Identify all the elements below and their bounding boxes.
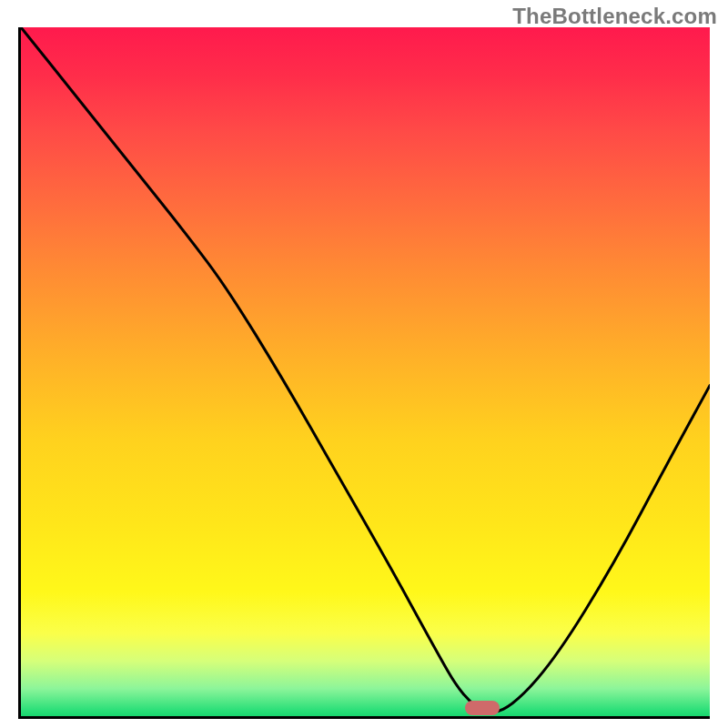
curve-path bbox=[21, 27, 710, 712]
bottleneck-curve bbox=[21, 27, 710, 716]
optimum-marker bbox=[465, 701, 500, 715]
chart-frame: TheBottleneck.com bbox=[0, 0, 728, 728]
watermark-label: TheBottleneck.com bbox=[512, 4, 717, 29]
plot-area bbox=[18, 27, 710, 719]
